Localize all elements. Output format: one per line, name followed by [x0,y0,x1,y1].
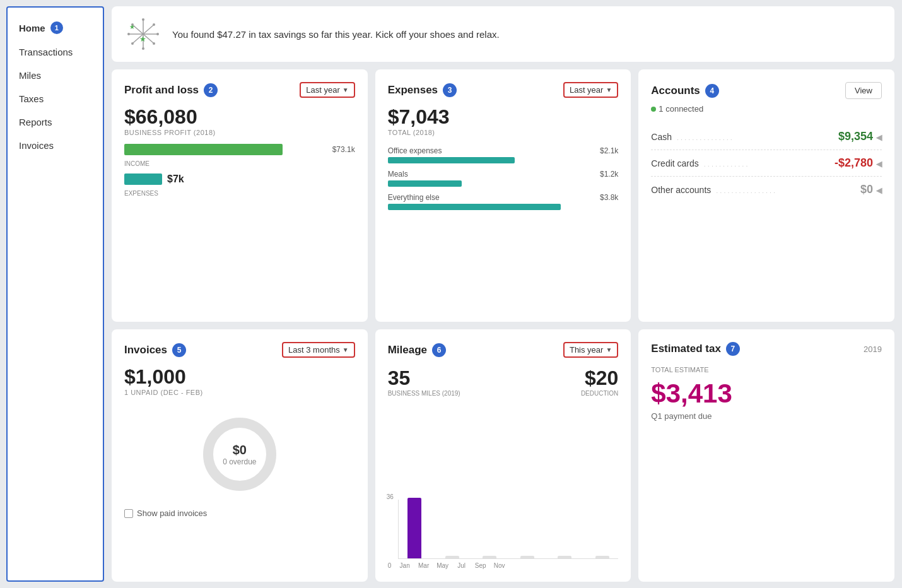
expenses-card: Expenses 3 Last year ▼ $7,043 TOTAL (201… [375,69,631,322]
expenses-filter[interactable]: Last year ▼ [563,82,618,98]
expense-value-other: $3.8k [600,193,618,202]
account-row-credit: Credit cards ............ -$2,780 ◀ [651,150,882,177]
sidebar-label-miles: Miles [19,70,41,81]
estimated-tax-payment-due: Q1 payment due [651,411,882,421]
account-value-credit: -$2,780 ◀ [835,156,882,170]
mileage-bar-jul-fill [520,556,534,558]
account-row-cash: Cash ............... $9,354 ◀ [651,124,882,150]
month-label-jan: Jan [398,562,412,569]
invoices-title-group: Invoices 5 [124,343,186,357]
profit-loss-header: Profit and loss 2 Last year ▼ [124,82,355,98]
sidebar-item-home[interactable]: Home 1 [8,15,103,40]
month-label-sep: Sep [474,562,488,569]
expenses-dropdown-arrow: ▼ [606,86,612,93]
donut-sublabel: 0 overdue [223,457,256,466]
expenses-sub-label: TOTAL (2018) [388,129,619,136]
income-label: INCOME [124,160,355,167]
donut-center: $0 0 overdue [223,443,256,466]
svg-text:★: ★ [139,35,146,44]
mileage-title: Mileage [388,344,427,356]
profit-loss-card: Profit and loss 2 Last year ▼ $66,080 BU… [112,69,368,322]
sidebar-item-miles[interactable]: Miles [8,64,103,87]
invoices-title: Invoices [124,344,167,356]
mileage-filter[interactable]: This year ▼ [563,342,618,358]
mileage-chart: 36 [388,397,619,569]
expenses-filter-label: Last year [570,85,603,95]
sidebar-item-reports[interactable]: Reports [8,110,103,134]
mileage-miles-section: 35 BUSINESS MILES (2019) [388,367,460,397]
expenses-categories: Office expenses $2.1k Meals $1.2k [388,146,619,216]
account-value-cash: $9,354 ◀ [838,130,882,143]
profit-loss-filter[interactable]: Last year ▼ [300,82,354,98]
account-dots-credit: ............ [704,158,829,168]
accounts-connected-label: 1 connected [659,104,703,114]
expense-name-meals: Meals [388,170,408,179]
accounts-title: Accounts [651,85,700,97]
expense-bar-other [388,204,561,210]
mileage-bars [398,500,619,559]
profit-loss-title: Profit and loss [124,84,199,97]
accounts-connected: 1 connected [651,104,882,114]
sidebar-item-taxes[interactable]: Taxes [8,87,103,110]
sidebar-label-transactions: Transactions [19,47,73,57]
sidebar-label-reports: Reports [19,117,52,127]
mileage-x-labels: Jan Mar May Jul Sep Nov [398,562,619,569]
sidebar-item-transactions[interactable]: Transactions [8,40,103,64]
accounts-card: Accounts 4 View 1 connected Cash .......… [638,69,894,322]
estimated-tax-year: 2019 [864,344,882,354]
expense-label-other: Everything else $3.8k [388,193,619,202]
svg-point-13 [131,42,134,45]
show-paid-checkbox[interactable] [124,509,133,518]
month-label-mar: Mar [417,562,431,569]
home-badge: 1 [50,21,63,34]
mileage-title-group: Mileage 6 [388,343,446,357]
income-bar-value: $73.1k [317,145,355,154]
expense-row-other: Everything else $3.8k [388,193,619,210]
estimated-tax-card: Estimated tax 7 2019 TOTAL ESTIMATE $3,4… [638,329,894,582]
header-banner: ★ ★ You found $47.27 in tax savings so f… [112,6,894,62]
invoices-donut: $0 0 overdue [124,410,355,498]
svg-point-12 [142,47,144,50]
mileage-card: Mileage 6 This year ▼ 35 BUSINESS MILES … [375,329,631,582]
mileage-bar-may [474,556,506,558]
sidebar-label-taxes: Taxes [19,93,44,104]
account-label-other: Other accounts [651,185,711,195]
expenses-bar-with-label: $7k [124,173,184,185]
mileage-bar-nov-fill [595,556,609,558]
accounts-view-button[interactable]: View [845,82,882,99]
mileage-y-min: 0 [388,562,392,569]
expense-row-meals: Meals $1.2k [388,170,619,187]
show-paid-row: Show paid invoices [124,509,355,518]
sidebar-label-invoices: Invoices [19,140,54,151]
expenses-big-number: $7,043 [388,105,619,129]
sidebar-label-home: Home [19,23,45,33]
mileage-bar-sep [548,556,580,558]
profit-loss-big-number: $66,080 [124,105,355,129]
mileage-bar-nov [586,556,618,558]
svg-point-9 [153,23,155,26]
sidebar-item-invoices[interactable]: Invoices [8,134,103,157]
svg-text:★: ★ [129,23,135,30]
mileage-miles-number: 35 [388,367,460,390]
mileage-bar-mar-fill [445,556,459,558]
mileage-dropdown-arrow: ▼ [606,346,612,353]
mileage-miles-label: BUSINESS MILES (2019) [388,390,460,397]
month-label-nov: Nov [493,562,507,569]
income-bar [124,144,283,155]
expenses-header: Expenses 3 Last year ▼ [388,82,619,98]
invoices-sub-label: 1 UNPAID (Dec - Feb) [124,389,355,396]
svg-point-10 [156,33,159,35]
month-label-jul: Jul [455,562,469,569]
firework-icon: ★ ★ [124,15,162,53]
mileage-deduction-label: DEDUCTION [581,390,618,397]
profit-loss-title-group: Profit and loss 2 [124,83,218,97]
donut-value: $0 [223,443,256,457]
mileage-bar-jan [399,498,431,558]
expenses-value: $7k [167,173,184,185]
invoices-filter[interactable]: Last 3 months ▼ [282,342,355,358]
mileage-filter-label: This year [570,345,603,355]
mileage-bar-mar [436,556,468,558]
account-dots-cash: ............... [677,132,833,142]
accounts-header: Accounts 4 View [651,82,882,99]
mileage-bar-jul [511,556,543,558]
